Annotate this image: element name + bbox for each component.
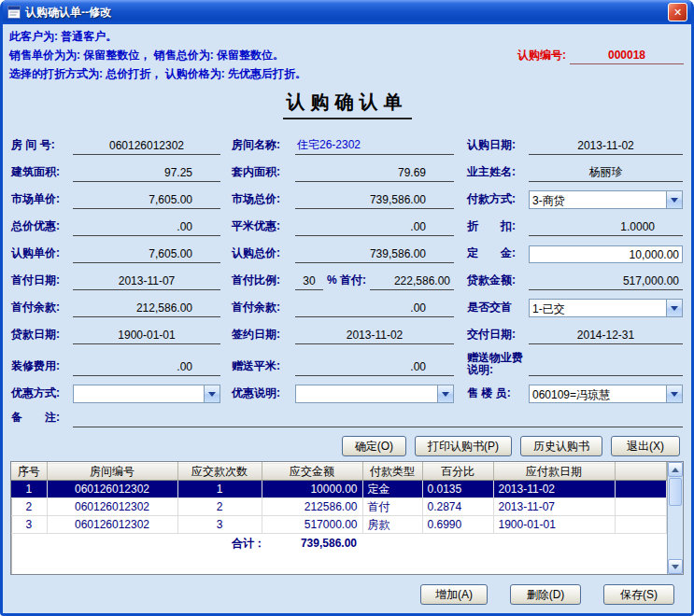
owner-name-field[interactable]: 杨丽珍 — [529, 164, 683, 182]
close-button[interactable]: ✕ — [668, 3, 687, 21]
scroll-down-icon[interactable] — [668, 559, 683, 574]
table-row[interactable]: 2 060126012302 2 212586.00 首付 0.2874 201… — [11, 498, 667, 516]
chevron-down-icon[interactable] — [666, 385, 682, 402]
purchase-date-field-group: 认购日期: 2013-11-02 — [467, 137, 683, 155]
cell-filler — [615, 498, 667, 516]
room-no-field[interactable]: 060126012302 — [73, 139, 220, 155]
discount-method-select[interactable] — [73, 385, 220, 403]
cell-times: 3 — [177, 516, 262, 534]
sqm-discount-field-group: 平米优惠: .00 — [232, 218, 454, 236]
table-row[interactable]: 3 060126012302 3 517000.00 房款 0.6990 190… — [11, 516, 667, 534]
room-name-label: 房间名称: — [232, 137, 295, 155]
purchase-unit-price-field-group: 认购单价: 7,605.00 — [11, 245, 220, 263]
cell-filler — [615, 516, 667, 534]
history-confirmation-button[interactable]: 历史认购书 — [520, 436, 602, 456]
loan-date-field-group: 贷款日期: 1900-01-01 — [11, 327, 220, 344]
discount-note-field-group: 优惠说明: — [232, 385, 454, 403]
cell-amount: 10000.00 — [262, 481, 362, 498]
downpay-paid-select[interactable]: 1-已交 — [529, 299, 683, 317]
bottom-button-row: 增加(A) 删除(D) 保存(S) — [3, 577, 691, 613]
purchase-date-label: 认购日期: — [467, 137, 529, 155]
gift-sqm-field[interactable]: .00 — [295, 360, 454, 376]
customer-type-notice: 此客户为: 普通客户。 — [3, 27, 691, 46]
decoration-fee-field-group: 装修费用: .00 — [11, 358, 220, 376]
downpay-balance-field[interactable]: 212,586.00 — [73, 301, 220, 317]
scroll-up-icon[interactable] — [668, 462, 683, 477]
room-name-field[interactable]: 住宅26-2302 — [295, 137, 454, 155]
chevron-down-icon[interactable] — [204, 385, 220, 402]
total-discount-field-group: 总价优惠: .00 — [11, 218, 220, 236]
sqm-discount-field[interactable]: .00 — [295, 220, 454, 236]
downpay-ratio-field[interactable]: 30 — [295, 274, 323, 290]
discount-note-select[interactable] — [295, 385, 454, 403]
downpay-ratio-label: 首付比例: — [232, 273, 295, 290]
downpay-date-field[interactable]: 2013-11-07 — [73, 274, 220, 290]
market-unit-price-label: 市场单价: — [11, 191, 73, 209]
market-total-price-label: 市场总价: — [232, 191, 295, 209]
discount-field[interactable]: 1.0000 — [529, 220, 683, 236]
cell-times: 1 — [177, 481, 262, 498]
form-title-wrap: 认购确认单 — [3, 90, 691, 119]
downpay-paid-field-group: 是否交首 1-已交 — [467, 299, 683, 317]
discount-method-field-group: 优惠方式: — [11, 385, 220, 403]
gift-property-fee-field[interactable] — [529, 360, 683, 376]
salesman-select[interactable]: 060109=冯琼慧 — [529, 385, 683, 403]
gift-property-fee-label: 赠送物业费说明: — [467, 352, 529, 376]
discount-note-label: 优惠说明: — [232, 385, 295, 403]
delete-button[interactable]: 删除(D) — [510, 584, 581, 605]
market-unit-price-field-group: 市场单价: 7,605.00 — [11, 191, 220, 209]
confirm-button[interactable]: 确定(O) — [342, 436, 406, 456]
form-row: 备 注: — [3, 403, 691, 427]
owner-name-label: 业主姓名: — [467, 164, 529, 182]
deliver-date-field[interactable]: 2014-12-31 — [529, 329, 683, 344]
downpay-rest-field[interactable]: .00 — [295, 301, 454, 317]
vertical-scrollbar[interactable] — [667, 462, 683, 574]
build-area-field[interactable]: 97.25 — [73, 166, 220, 182]
room-no-label: 房 间 号: — [11, 137, 73, 155]
cell-seq: 2 — [11, 498, 47, 516]
form-row: 市场单价: 7,605.00 市场总价: 739,586.00 付款方式: 3-… — [3, 182, 691, 209]
notice-row: 销售单价为为: 保留整数位， 销售总价为: 保留整数位。 认购编号: 00001… — [3, 46, 691, 64]
downpay-rest-label: 首付余款: — [232, 300, 295, 317]
save-button[interactable]: 保存(S) — [603, 584, 674, 605]
chevron-down-icon[interactable] — [437, 385, 453, 402]
loan-date-field[interactable]: 1900-01-01 — [73, 329, 220, 344]
downpay-balance-field-group: 首付余款: 212,586.00 — [11, 300, 220, 317]
remark-field[interactable] — [73, 412, 683, 427]
cell-room: 060126012302 — [47, 498, 177, 516]
pay-method-select[interactable]: 3-商贷 — [529, 190, 683, 209]
downpay-amount-field[interactable]: 222,586.00 — [370, 274, 454, 290]
table-row[interactable]: 1 060126012302 1 10000.00 定金 0.0135 2013… — [11, 481, 667, 498]
discount-note-value — [296, 385, 437, 402]
loan-amount-field[interactable]: 517,000.00 — [529, 274, 683, 290]
chevron-down-icon[interactable] — [666, 191, 682, 208]
col-header-date: 应付款日期 — [493, 463, 615, 481]
market-total-price-field[interactable]: 739,586.00 — [295, 193, 454, 209]
purchase-unit-price-field[interactable]: 7,605.00 — [73, 247, 220, 263]
downpay-paid-value: 1-已交 — [530, 300, 666, 316]
remark-label: 备 注: — [11, 410, 73, 427]
market-unit-price-field[interactable]: 7,605.00 — [73, 193, 220, 209]
salesman-value: 060109=冯琼慧 — [530, 385, 666, 402]
purchase-total-price-field[interactable]: 739,586.00 — [295, 247, 454, 263]
cell-amount: 517000.00 — [262, 516, 362, 534]
decoration-fee-field[interactable]: .00 — [73, 360, 220, 376]
purchase-unit-price-label: 认购单价: — [11, 245, 73, 263]
chevron-down-icon[interactable] — [666, 300, 682, 316]
exit-button[interactable]: 退出(X) — [611, 436, 680, 456]
print-confirmation-button[interactable]: 打印认购书(P) — [415, 436, 512, 456]
deposit-field[interactable]: 10,000.00 — [529, 245, 683, 263]
total-discount-label: 总价优惠: — [11, 218, 73, 236]
titlebar[interactable]: 认购确认单--修改 ✕ — [3, 0, 691, 24]
add-button[interactable]: 增加(A) — [420, 584, 488, 605]
cell-percent: 0.6990 — [422, 516, 493, 534]
purchase-date-field[interactable]: 2013-11-02 — [529, 139, 683, 155]
scrollbar-thumb[interactable] — [669, 478, 682, 506]
downpay-rest-field-group: 首付余款: .00 — [232, 300, 454, 317]
sign-date-field[interactable]: 2013-11-02 — [295, 329, 454, 344]
downpay-balance-label: 首付余款: — [11, 300, 73, 317]
purchase-total-price-label: 认购总价: — [232, 245, 295, 263]
decoration-fee-label: 装修费用: — [11, 358, 73, 376]
inner-area-field[interactable]: 79.69 — [295, 166, 454, 182]
total-discount-field[interactable]: .00 — [73, 220, 220, 236]
